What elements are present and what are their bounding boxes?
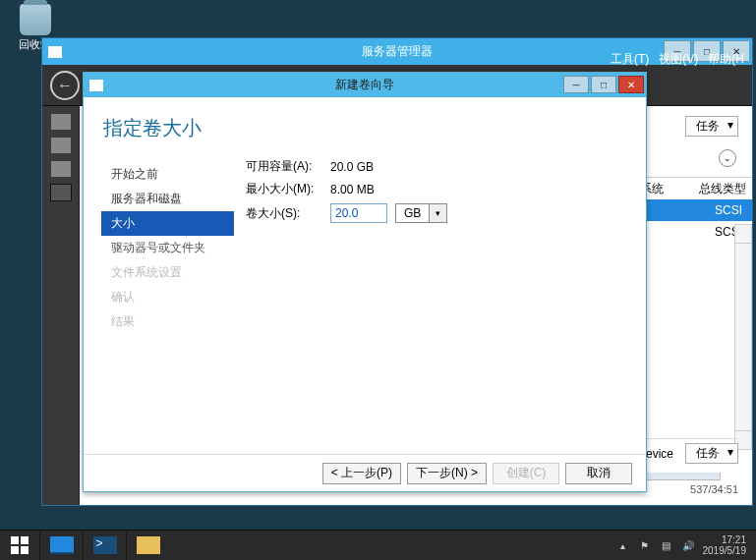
svg-rect-1 xyxy=(21,536,29,544)
sidebar-icon-file[interactable] xyxy=(51,185,71,200)
wizard-maximize-button[interactable]: □ xyxy=(591,76,616,93)
taskbar-server-manager[interactable] xyxy=(39,531,83,560)
cancel-button[interactable]: 取消 xyxy=(565,463,632,484)
corrupt-timestamp: 537/34:51 xyxy=(690,483,738,495)
tasks-dropdown-top[interactable]: 任务 xyxy=(685,116,738,137)
wizard-titlebar[interactable]: 新建卷向导 ─ □ ✕ xyxy=(84,73,646,97)
svg-rect-2 xyxy=(11,546,19,554)
menu-view[interactable]: 视图(V) xyxy=(659,51,698,68)
min-label: 最小大小(M): xyxy=(246,181,322,197)
table-scrollbar[interactable] xyxy=(734,224,752,450)
tray-up-icon[interactable]: ▴ xyxy=(616,538,630,552)
next-button[interactable]: 下一步(N) > xyxy=(407,463,487,484)
taskbar-powershell[interactable] xyxy=(83,531,126,560)
new-volume-wizard: 新建卷向导 ─ □ ✕ 指定卷大小 开始之前 服务器和磁盘 大小 驱动器号或文件… xyxy=(83,72,647,492)
sidebar-icon-all[interactable] xyxy=(51,161,71,177)
powershell-icon xyxy=(93,536,117,554)
server-manager-taskbar-icon xyxy=(50,536,74,554)
desktop: 回收站 服务器管理器 ─ □ ✕ ← 工具(T) 视图(V) 帮助(H xyxy=(0,0,756,560)
available-label: 可用容量(A): xyxy=(246,158,322,175)
size-input[interactable] xyxy=(330,203,387,223)
wizard-footer: < 上一步(P) 下一步(N) > 创建(C) 取消 xyxy=(84,454,646,491)
sidebar-icon-local[interactable] xyxy=(51,138,71,153)
flag-icon[interactable]: ⚑ xyxy=(638,538,652,552)
folder-icon xyxy=(137,536,160,554)
wizard-content: 可用容量(A): 20.0 GB 最小大小(M): 8.00 MB 卷大小(S)… xyxy=(246,158,628,229)
volume-icon[interactable]: 🔊 xyxy=(681,538,695,552)
wizard-title: 新建卷向导 xyxy=(335,77,394,93)
menu-help[interactable]: 帮助(H xyxy=(708,51,744,68)
nav-filesystem: 文件系统设置 xyxy=(101,260,234,285)
disk-table-header: 系统 总线类型 xyxy=(634,177,752,201)
server-manager-icon xyxy=(48,46,62,58)
clock-date: 2019/5/19 xyxy=(703,545,747,557)
windows-logo-icon xyxy=(11,536,29,554)
clock[interactable]: 17:21 2019/5/19 xyxy=(703,534,751,557)
system-tray: ▴ ⚑ ▤ 🔊 17:21 2019/5/19 xyxy=(611,531,757,560)
wizard-heading: 指定卷大小 xyxy=(84,97,646,141)
wizard-nav: 开始之前 服务器和磁盘 大小 驱动器号或文件夹 文件系统设置 确认 结果 xyxy=(101,162,234,334)
wizard-minimize-button[interactable]: ─ xyxy=(563,76,589,93)
server-manager-sidebar xyxy=(42,106,80,505)
nav-server-disk[interactable]: 服务器和磁盘 xyxy=(101,187,234,211)
create-button: 创建(C) xyxy=(493,463,559,484)
size-label: 卷大小(S): xyxy=(246,205,322,222)
unit-label: GB xyxy=(396,206,429,220)
min-value: 8.00 MB xyxy=(330,183,395,196)
wizard-icon xyxy=(89,80,103,91)
start-button[interactable] xyxy=(0,531,39,560)
nav-drive[interactable]: 驱动器号或文件夹 xyxy=(101,236,234,260)
nav-before[interactable]: 开始之前 xyxy=(101,162,234,187)
wizard-body: 指定卷大小 开始之前 服务器和磁盘 大小 驱动器号或文件夹 文件系统设置 确认 … xyxy=(84,97,646,454)
device-label: evice xyxy=(646,447,673,461)
taskbar: ▴ ⚑ ▤ 🔊 17:21 2019/5/19 xyxy=(0,530,756,560)
menu-tools[interactable]: 工具(T) xyxy=(611,51,649,68)
col-bus[interactable]: 总线类型 xyxy=(693,178,752,200)
clock-time: 17:21 xyxy=(703,534,747,546)
available-value: 20.0 GB xyxy=(330,160,395,174)
nav-size[interactable]: 大小 xyxy=(101,211,234,236)
network-icon[interactable]: ▤ xyxy=(660,538,673,552)
wizard-close-button[interactable]: ✕ xyxy=(618,76,644,93)
chevron-down-icon: ▾ xyxy=(429,204,446,222)
tasks-dropdown-bottom[interactable]: 任务 xyxy=(685,443,738,464)
svg-rect-0 xyxy=(11,536,19,544)
expand-toggle[interactable]: ⌄ xyxy=(719,149,736,167)
nav-confirm: 确认 xyxy=(101,285,234,309)
taskbar-explorer[interactable] xyxy=(126,531,169,560)
server-manager-title: 服务器管理器 xyxy=(362,43,433,60)
svg-rect-3 xyxy=(21,546,29,554)
back-button[interactable]: ← xyxy=(50,71,80,100)
sidebar-icon-dashboard[interactable] xyxy=(51,114,71,130)
unit-dropdown[interactable]: GB ▾ xyxy=(395,203,447,223)
recycle-bin-icon xyxy=(20,4,51,35)
table-row[interactable]: SCSI xyxy=(634,199,752,221)
prev-button[interactable]: < 上一步(P) xyxy=(322,463,401,484)
nav-result: 结果 xyxy=(101,309,234,334)
